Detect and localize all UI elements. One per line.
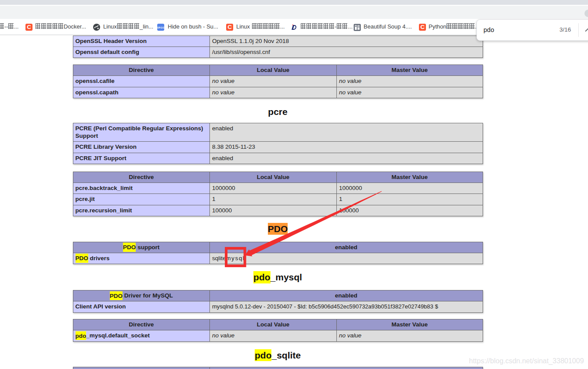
svg-text:OP.GG: OP.GG [157,26,164,29]
